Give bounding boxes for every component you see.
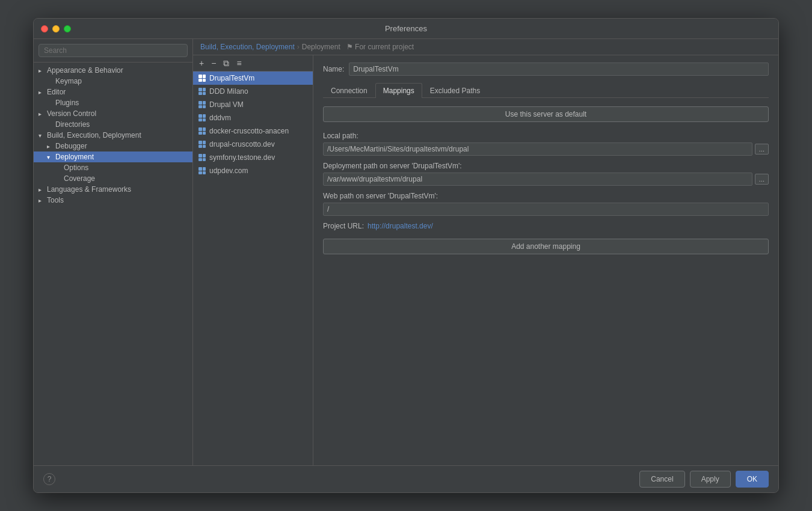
deployment-path-input[interactable]: [323, 173, 752, 186]
server-item-label: symfony.testone.dev: [209, 153, 275, 162]
server-item-drupal-test-vm[interactable]: DrupalTestVm: [193, 72, 313, 85]
server-item-label: Drupal VM: [209, 100, 244, 109]
server-item-label: udpdev.com: [209, 167, 248, 175]
server-icon: [198, 153, 206, 162]
sidebar-item-version-control[interactable]: Version Control: [34, 108, 192, 119]
ok-button[interactable]: OK: [736, 471, 769, 488]
sidebar-item-editor[interactable]: Editor: [34, 87, 192, 97]
apply-button[interactable]: Apply: [690, 471, 731, 488]
cancel-button[interactable]: Cancel: [639, 471, 684, 488]
server-icon: [198, 74, 206, 82]
sidebar-item-label: Tools: [47, 196, 64, 204]
search-box: [34, 39, 192, 63]
local-path-input-row: ...: [323, 142, 769, 156]
sidebar-item-label: Build, Execution, Deployment: [47, 131, 141, 139]
expand-icon: [47, 154, 55, 161]
server-item-dddvm[interactable]: dddvm: [193, 111, 313, 124]
add-server-button[interactable]: +: [197, 58, 206, 69]
local-path-label: Local path:: [323, 132, 769, 140]
sidebar-tree: Appearance & Behavior Keymap Editor: [34, 63, 192, 465]
copy-icon: ⧉: [223, 58, 229, 68]
sidebar-item-deployment[interactable]: Deployment: [34, 151, 192, 162]
help-button[interactable]: ?: [43, 473, 55, 485]
expand-icon: [38, 111, 47, 117]
local-path-row: Local path: ...: [323, 132, 769, 156]
web-path-input-row: [323, 203, 769, 216]
sidebar-item-languages[interactable]: Languages & Frameworks: [34, 184, 192, 195]
name-input[interactable]: [349, 63, 769, 76]
tab-connection[interactable]: Connection: [323, 83, 375, 98]
server-item-udpdev[interactable]: udpdev.com: [193, 164, 313, 177]
deployment-path-browse-button[interactable]: ...: [755, 174, 769, 185]
sidebar-item-plugins[interactable]: Plugins: [34, 97, 192, 108]
local-path-browse-button[interactable]: ...: [755, 144, 769, 155]
move-icon: ≡: [236, 58, 241, 68]
breadcrumb-link-build[interactable]: Build, Execution, Deployment: [200, 43, 295, 51]
name-label: Name:: [323, 65, 344, 73]
sidebar-item-options[interactable]: Options: [34, 162, 192, 173]
server-item-ddd-milano[interactable]: DDD Milano: [193, 85, 313, 98]
server-list-pane: + − ⧉ ≡: [193, 55, 313, 465]
server-icon: [198, 114, 206, 122]
window-title: Preferences: [385, 24, 427, 33]
sidebar-item-debugger[interactable]: Debugger: [34, 141, 192, 151]
breadcrumb-project: ⚑ For current project: [346, 43, 414, 51]
move-server-button[interactable]: ≡: [234, 58, 244, 69]
sidebar-item-label: Directories: [55, 120, 90, 129]
sidebar-item-build[interactable]: Build, Execution, Deployment: [34, 130, 192, 141]
tab-label: Mappings: [383, 87, 414, 95]
preferences-window: Preferences Appearance & Behavior Keymap: [33, 18, 779, 493]
close-button[interactable]: [41, 25, 48, 32]
local-path-input[interactable]: [323, 142, 752, 156]
deployment-path-label: Deployment path on server 'DrupalTestVm'…: [323, 162, 769, 170]
use-default-button[interactable]: Use this server as default: [323, 106, 769, 122]
minimize-button[interactable]: [52, 25, 60, 32]
copy-server-button[interactable]: ⧉: [221, 58, 232, 69]
server-item-drupal-cruscotto[interactable]: drupal-cruscotto.dev: [193, 138, 313, 151]
web-path-input[interactable]: [323, 203, 769, 216]
server-item-docker-cruscotto[interactable]: docker-cruscotto-anacen: [193, 124, 313, 138]
add-mapping-button[interactable]: Add another mapping: [323, 239, 769, 254]
server-icon: [198, 127, 206, 135]
name-row: Name:: [323, 63, 769, 76]
sidebar-item-label: Languages & Frameworks: [47, 185, 131, 194]
sidebar-item-coverage[interactable]: Coverage: [34, 173, 192, 184]
sidebar-item-directories[interactable]: Directories: [34, 119, 192, 130]
remove-server-button[interactable]: −: [209, 58, 218, 69]
sidebar-item-appearance[interactable]: Appearance & Behavior: [34, 65, 192, 76]
server-item-label: DDD Milano: [209, 87, 248, 96]
server-item-label: docker-cruscotto-anacen: [209, 127, 289, 135]
server-item-label: DrupalTestVm: [209, 74, 254, 82]
project-url-row: Project URL: http://drupaltest.dev/: [323, 222, 769, 230]
server-item-symfony-testone[interactable]: symfony.testone.dev: [193, 151, 313, 164]
web-path-row: Web path on server 'DrupalTestVm':: [323, 192, 769, 216]
tab-mappings[interactable]: Mappings: [375, 83, 422, 98]
expand-icon: [38, 89, 47, 96]
maximize-button[interactable]: [64, 25, 71, 32]
server-item-label: drupal-cruscotto.dev: [209, 140, 275, 148]
web-path-label: Web path on server 'DrupalTestVm':: [323, 192, 769, 200]
expand-icon: [38, 67, 47, 74]
sidebar-item-label: Editor: [47, 88, 66, 96]
dialog-buttons: Cancel Apply OK: [639, 471, 769, 488]
search-input[interactable]: [38, 44, 188, 57]
expand-icon: [38, 197, 47, 204]
breadcrumb-separator: ›: [297, 43, 300, 51]
sidebar-item-tools[interactable]: Tools: [34, 195, 192, 206]
project-url-link[interactable]: http://drupaltest.dev/: [368, 222, 433, 230]
deployment-path-row: Deployment path on server 'DrupalTestVm'…: [323, 162, 769, 186]
server-list: DrupalTestVm DDD Mil: [193, 72, 313, 465]
bottom-bar: ? Cancel Apply OK: [34, 465, 778, 492]
server-item-drupal-vm[interactable]: Drupal VM: [193, 98, 313, 111]
tab-label: Excluded Paths: [430, 87, 480, 95]
sidebar: Appearance & Behavior Keymap Editor: [34, 39, 193, 465]
tabs-bar: Connection Mappings Excluded Paths: [323, 83, 769, 98]
server-icon: [198, 140, 206, 148]
sidebar-item-label: Debugger: [55, 142, 87, 150]
sidebar-item-keymap[interactable]: Keymap: [34, 76, 192, 87]
sidebar-item-label: Coverage: [64, 174, 95, 183]
tab-excluded-paths[interactable]: Excluded Paths: [422, 83, 488, 98]
sidebar-item-label: Appearance & Behavior: [47, 66, 123, 75]
project-url-label: Project URL:: [323, 222, 364, 230]
server-list-toolbar: + − ⧉ ≡: [193, 55, 313, 72]
